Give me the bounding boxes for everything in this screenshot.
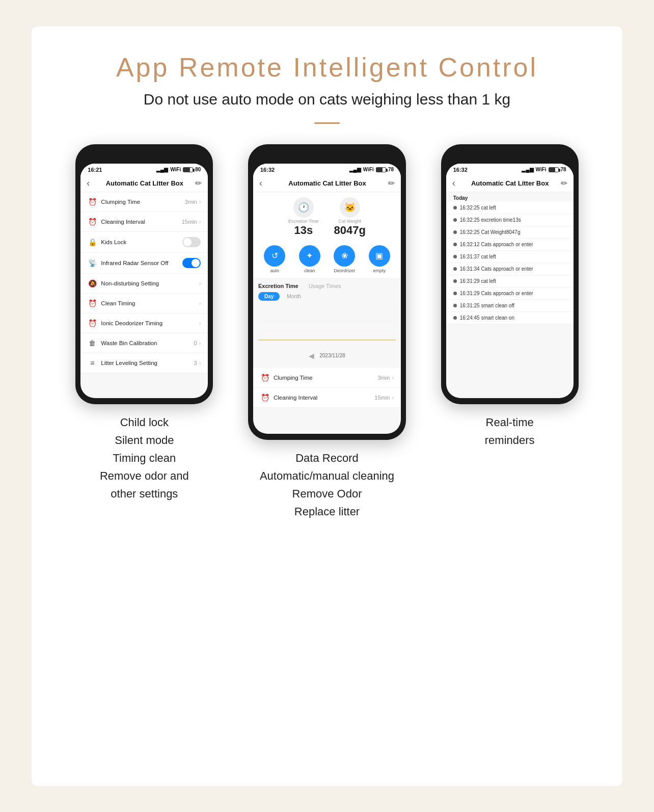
weight-label: Cat Weight [339, 219, 361, 224]
settings-item[interactable]: 🔒 Kids Lock [80, 232, 208, 253]
settings-item[interactable]: ≡ Litter Leveling Setting 3› [80, 353, 208, 373]
chevron-icon: › [199, 360, 201, 366]
settings-item-icon: 🗑 [88, 338, 97, 348]
log-item: 16:31:29 cat left [446, 275, 574, 287]
edit-icon-right[interactable]: ✏ [561, 178, 567, 188]
month-button[interactable]: Month [283, 292, 305, 301]
log-list: 16:32:25 cat left 16:32:25 excretion tim… [446, 202, 574, 324]
data-stats-row: 🕐 Excretion Time 13s 🐱 Cat Weight 8047g [253, 192, 401, 240]
weight-icon: 🐱 [340, 197, 360, 218]
app-header-left: ‹ Automatic Cat Litter Box ✏ [80, 175, 208, 192]
settings-item-bottom[interactable]: ⏰ Cleaning Interval 15min › [253, 388, 401, 408]
chart-prev-arrow[interactable]: ◀ [309, 352, 314, 360]
excretion-value: 13s [294, 224, 313, 237]
settings-item[interactable]: ⏰ Clean Timing › [80, 294, 208, 313]
settings-item[interactable]: ⏰ Ionic Deodorizer Timing › [80, 313, 208, 333]
log-dot [453, 243, 457, 246]
settings-item-label: Kids Lock [101, 239, 182, 245]
app-title-middle: Automatic Cat Litter Box [266, 179, 388, 187]
settings-item-value: 3 [194, 360, 197, 366]
chart-date: 2023/11/28 [319, 353, 345, 358]
chart-tabs-row: Excretion Time Usage Times [258, 283, 396, 289]
chart-area: Excretion Time Usage Times Day Month [253, 279, 401, 366]
settings-item-label: Cleaning Interval [101, 219, 181, 225]
settings-item-icon: 📡 [88, 258, 97, 268]
stat-weight: 🐱 Cat Weight 8047g [334, 197, 366, 237]
edit-icon-left[interactable]: ✏ [195, 178, 202, 188]
action-btn-deodorizer[interactable]: ❀ Deordrizer [334, 245, 355, 273]
settings-item-value: 3min [185, 199, 197, 205]
signal-icon-right: ▂▄▆ [522, 167, 533, 172]
settings-item-icon: ⏰ [88, 299, 97, 308]
chevron-icon: › [199, 340, 201, 346]
toggle-on-icon[interactable] [182, 258, 201, 268]
day-month-row: Day Month [258, 292, 396, 301]
settings-item-label-bottom: Cleaning Interval [274, 395, 374, 401]
log-item: 16:32:12 Cats approach or enter [446, 239, 574, 251]
back-arrow-left[interactable]: ‹ [87, 178, 90, 189]
status-time-left: 16:21 [88, 167, 102, 173]
settings-item-label: Litter Leveling Setting [101, 360, 194, 366]
settings-item-icon: ⏰ [88, 217, 97, 226]
log-text: 16:31:25 smart clean off [460, 303, 514, 308]
log-text: 16:31:34 Cats approach or enter [460, 266, 533, 272]
phones-row: 16:21 ▂▄▆ WiFi 80 ‹ Automati [62, 144, 592, 521]
clock-icon: 🕐 [293, 197, 314, 218]
chart-tab-usage[interactable]: Usage Times [309, 283, 341, 289]
caption-text-middle: Data RecordAutomatic/manual cleaningRemo… [260, 449, 394, 521]
main-title: App Remote Intelligent Control [116, 52, 538, 83]
day-button[interactable]: Day [258, 292, 280, 301]
action-btn-auto[interactable]: ↺ auto [264, 245, 285, 273]
log-text: 16:24:45 smart clean on [460, 315, 514, 321]
phone-shell-left: 16:21 ▂▄▆ WiFi 80 ‹ Automati [75, 144, 213, 404]
settings-item[interactable]: ⏰ Clumping Time 3min› [80, 192, 208, 212]
edit-icon-middle[interactable]: ✏ [388, 178, 395, 188]
main-card: App Remote Intelligent Control Do not us… [32, 27, 622, 786]
phone-col-left: 16:21 ▂▄▆ WiFi 80 ‹ Automati [62, 144, 227, 503]
settings-item-bottom[interactable]: ⏰ Clumping Time 3min › [253, 368, 401, 388]
settings-item-value: 15min [182, 219, 197, 225]
status-time-right: 16:32 [453, 167, 468, 173]
settings-item-icon: ⏰ [88, 197, 97, 206]
chart-nav-row: ◀ 2023/11/28 [258, 350, 396, 362]
app-title-right: Automatic Cat Litter Box [459, 179, 561, 187]
log-text: 16:32:25 Cat Weight8047g [460, 229, 521, 235]
settings-item-label: Clumping Time [101, 199, 184, 205]
log-item: 16:32:25 cat left [446, 202, 574, 214]
phone-shell-right: 16:32 ▂▄▆ WiFi 78 ‹ Automati [441, 144, 579, 404]
settings-item[interactable]: 🗑 Waste Bin Calibration 0› [80, 333, 208, 353]
log-text: 16:32:12 Cats approach or enter [460, 242, 533, 247]
chart-tab-excretion[interactable]: Excretion Time [258, 283, 298, 289]
settings-item[interactable]: ⏰ Cleaning Interval 15min› [80, 212, 208, 232]
status-bar-right: 16:32 ▂▄▆ WiFi 78 [446, 164, 574, 175]
settings-item[interactable]: 🔕 Non-disturbing Setting › [80, 274, 208, 294]
back-arrow-middle[interactable]: ‹ [259, 178, 262, 189]
settings-item[interactable]: 📡 Infrared Radar Sensor Off [80, 253, 208, 274]
caption-left: Child lockSilent modeTiming cleanRemove … [100, 413, 189, 503]
divider [314, 122, 340, 124]
action-btn-clean[interactable]: ✦ clean [299, 245, 320, 273]
log-item: 16:31:29 Cats approach or enter [446, 287, 574, 300]
status-time-middle: 16:32 [260, 167, 275, 173]
weight-value: 8047g [334, 224, 366, 237]
settings-item-label: Non-disturbing Setting [101, 280, 197, 286]
signal-icon-left: ▂▄▆ [156, 167, 168, 172]
back-arrow-right[interactable]: ‹ [452, 178, 455, 189]
settings-item-label-bottom: Clumping Time [274, 375, 377, 381]
bottom-settings: ⏰ Clumping Time 3min › ⏰ Cleaning Interv… [253, 368, 401, 408]
battery-icon-right [549, 167, 559, 172]
log-item: 16:24:45 smart clean on [446, 312, 574, 324]
chevron-icon-bottom: › [392, 375, 394, 381]
log-dot [453, 279, 457, 283]
settings-item-icon-bottom: ⏰ [260, 373, 269, 382]
settings-item-label: Ionic Deodorizer Timing [101, 320, 197, 326]
wifi-icon-middle: WiFi [363, 167, 374, 172]
chevron-icon: › [199, 219, 201, 225]
chart-svg [258, 305, 396, 346]
log-item: 16:31:25 smart clean off [446, 300, 574, 312]
chevron-icon: › [199, 300, 201, 306]
toggle-off-icon[interactable] [182, 237, 201, 247]
chevron-icon-bottom: › [392, 395, 394, 401]
action-btn-empty[interactable]: ▣ empty [369, 245, 390, 273]
settings-list-left: ⏰ Clumping Time 3min› ⏰ Cleaning Interva… [80, 192, 208, 373]
